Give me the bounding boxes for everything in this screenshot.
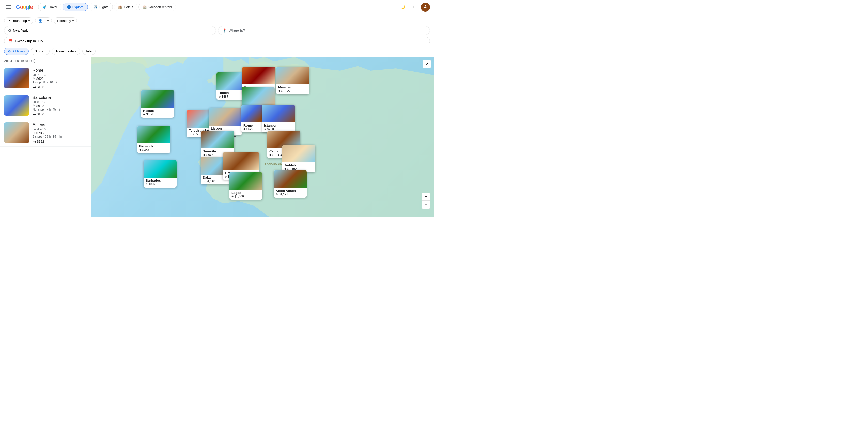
zoom-in-button[interactable]: + [422,193,430,201]
map-controls: + − [422,193,430,209]
origin-dot-icon [8,29,11,32]
top-controls: ⇄ Round trip ▾ 👤 1 ▾ Economy ▾ [4,17,430,24]
halifax-city-label: Halifax [143,109,172,113]
nav-flights[interactable]: ✈️ Flights [89,3,113,11]
user-avatar[interactable]: A [421,3,430,12]
istanbul-price: ✈$760 [264,127,293,131]
nav-explore-label: Explore [72,5,84,9]
compass-icon: 🔵 [67,5,71,9]
map-card-istanbul[interactable]: İstanbul ✈$760 [262,105,295,132]
passengers-selector[interactable]: 👤 1 ▾ [35,17,52,24]
all-filters-button[interactable]: ⚙ All filters [4,48,29,55]
dakar-price: ✈$1,148 [203,179,232,183]
stops-label: Stops [35,49,43,53]
apps-button[interactable]: ⊞ [410,3,419,12]
trip-type-label: Round trip [12,19,27,23]
main-content: About these results i Rome Jul 7 – 13 ✈ … [0,57,434,217]
map-card-barbados[interactable]: Barbados ✈$307 [144,160,177,188]
plane-nav-icon: ✈️ [93,5,97,9]
hamburger-menu[interactable] [4,3,13,11]
nav-explore[interactable]: 🔵 Explore [63,3,88,11]
bermuda-city-label: Bermuda [139,144,168,148]
stops-filter[interactable]: Stops ▾ [31,48,50,55]
roundtrip-icon: ⇄ [7,19,10,23]
halifax-price: ✈$354 [143,113,172,116]
expand-icon: ⤢ [425,62,428,66]
nav-vacation[interactable]: 🏠 Vacation rentals [138,3,176,11]
origin-value: New York [13,28,28,33]
result-athens[interactable]: Athens Jul 4 – 10 ✈ $735 2 stops · 27 hr… [0,119,91,147]
halifax-thumb [141,90,174,108]
destination-pin-icon: 📍 [222,28,227,33]
origin-input[interactable]: New York [4,26,216,35]
dark-mode-button[interactable]: 🌙 [398,3,408,12]
lagos-thumb [229,172,262,190]
travel-mode-chevron: ▾ [75,50,76,53]
inte-label: Inte [86,49,92,53]
athens-hotel-price: 🛏 $122 [33,140,87,143]
inte-filter[interactable]: Inte [82,48,96,55]
athens-bed-icon: 🛏 [33,140,36,143]
date-input[interactable]: 📅 1-week trip in July [4,37,430,45]
trip-type-chevron: ▾ [28,19,30,22]
athens-flight-details: 2 stops · 27 hr 35 min [33,135,87,138]
result-barcelona[interactable]: Barcelona Jul 8 – 17 ✈ $610 Nonstop · 7 … [0,92,91,119]
rome-hotel-price: 🛏 $183 [33,85,87,89]
date-value: 1-week trip in July [15,39,43,43]
athens-info: Athens Jul 4 – 10 ✈ $735 2 stops · 27 hr… [33,122,87,143]
lagos-price: ✈$1,306 [231,195,260,198]
jeddah-city-label: Jeddah [284,163,313,167]
class-label: Economy [57,19,71,23]
addis-city-label: Addis Ababa [276,189,305,193]
addis-thumb [274,170,307,188]
filter-row: ⚙ All filters Stops ▾ Travel mode ▾ Inte [4,48,430,55]
passengers-label: 1 [44,19,46,23]
search-area: ⇄ Round trip ▾ 👤 1 ▾ Economy ▾ New York … [0,14,434,57]
jeddah-thumb [282,145,315,162]
result-rome[interactable]: Rome Jul 7 – 13 ✈ $622 1 stop · 8 hr 10 … [0,65,91,92]
athens-thumbnail [4,122,29,143]
expand-map-button[interactable]: ⤢ [423,60,431,68]
destination-input[interactable]: 📍 Where to? [218,26,430,35]
copenhagen-thumb [242,67,275,84]
map-card-bermuda[interactable]: Bermuda ✈$353 [137,126,170,153]
athens-plane-icon: ✈ [33,131,35,135]
barcelona-dates: Jul 8 – 17 [33,100,87,104]
rome-info: Rome Jul 7 – 13 ✈ $622 1 stop · 8 hr 10 … [33,68,87,89]
about-results-label: About these results [4,59,30,63]
suitcase-icon: 🧳 [42,5,46,9]
passengers-chevron: ▾ [47,19,49,22]
hotel-icon: 🏨 [118,5,122,9]
nav-travel[interactable]: 🧳 Travel [38,3,61,11]
athens-city: Athens [33,122,87,127]
barbados-price: ✈$307 [146,182,175,186]
rome-city: Rome [33,68,87,73]
class-selector[interactable]: Economy ▾ [54,17,77,24]
tenerife-thumb [201,131,234,148]
travel-mode-label: Travel mode [55,49,74,53]
istanbul-thumb [262,105,295,122]
lisbon-city-label: Lisbon [211,127,240,130]
nav-pills: 🧳 Travel 🔵 Explore ✈️ Flights 🏨 Hotels 🏠… [38,3,176,11]
map-card-moscow[interactable]: Moscow ✈$1,227 [276,67,309,94]
moscow-price: ✈$1,227 [278,89,307,93]
map-card-lagos[interactable]: Lagos ✈$1,306 [229,172,262,200]
map-card-addis[interactable]: Addis Ababa ✈$1,191 [274,170,307,198]
map-card-halifax[interactable]: Halifax ✈$354 [141,90,174,118]
rome-flight-details: 1 stop · 8 hr 10 min [33,81,87,84]
nav-hotels[interactable]: 🏨 Hotels [114,3,137,11]
rome-plane-icon: ✈ [33,77,35,81]
map-card-jeddah[interactable]: Jeddah ✈$1,192 [282,145,315,172]
info-icon[interactable]: i [31,59,35,63]
nav-vacation-label: Vacation rentals [148,5,172,9]
zoom-out-button[interactable]: − [422,201,430,209]
calendar-icon: 📅 [8,39,13,43]
trip-type-selector[interactable]: ⇄ Round trip ▾ [4,17,33,24]
athens-flight-price: ✈ $735 [33,131,87,135]
barcelona-city: Barcelona [33,95,87,100]
nav-hotels-label: Hotels [124,5,133,9]
moscow-thumb [276,67,309,84]
map-area[interactable]: Stockholm Edinburgh Brighton Budapest Ba… [91,57,434,217]
travel-mode-filter[interactable]: Travel mode ▾ [52,48,80,55]
class-chevron: ▾ [72,19,74,22]
